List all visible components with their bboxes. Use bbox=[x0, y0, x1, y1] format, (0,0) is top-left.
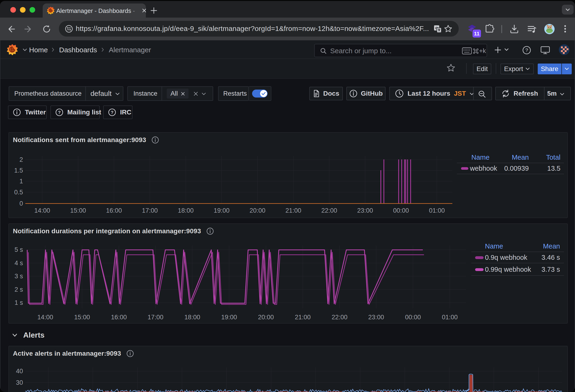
svg-text:?: ? bbox=[58, 110, 61, 115]
svg-text:?: ? bbox=[525, 47, 528, 53]
svg-text:?: ? bbox=[111, 110, 114, 115]
